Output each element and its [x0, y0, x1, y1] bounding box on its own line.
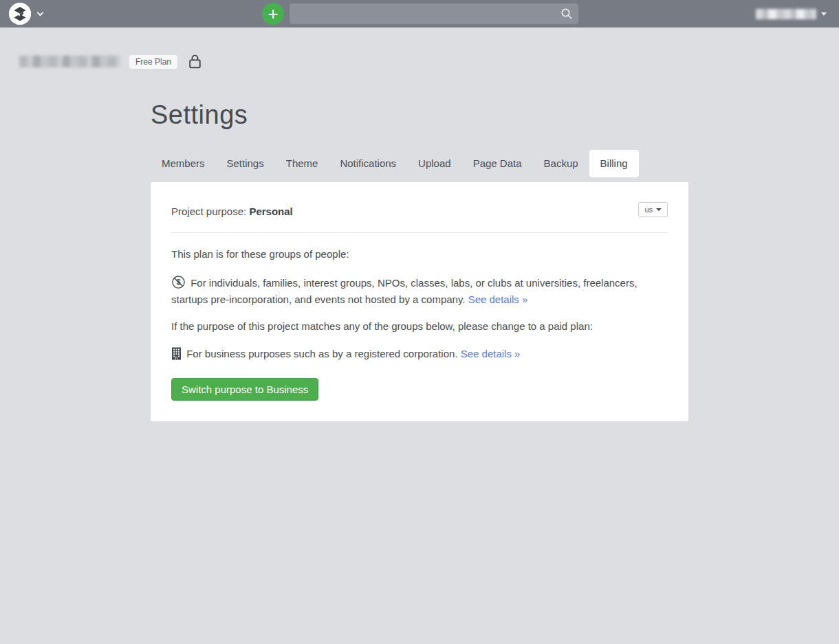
- business-see-details-link[interactable]: See details »: [461, 348, 521, 359]
- project-header: Free Plan: [19, 54, 201, 69]
- tab-theme[interactable]: Theme: [275, 150, 329, 177]
- paid-plan-note: If the purpose of this project matches a…: [171, 320, 668, 333]
- user-menu[interactable]: [756, 0, 827, 27]
- user-name-redacted: [756, 9, 816, 19]
- tab-billing[interactable]: Billing: [589, 150, 639, 177]
- purpose-label: Project purpose:: [171, 206, 246, 217]
- project-name-redacted: [19, 56, 120, 67]
- locale-label: us: [644, 206, 653, 214]
- tab-upload[interactable]: Upload: [407, 150, 462, 177]
- no-dollar-icon: $: [171, 280, 188, 291]
- main-content: Settings Members Settings Theme Notifica…: [151, 100, 688, 421]
- plan-intro: This plan is for these groups of people:: [171, 247, 668, 261]
- tab-backup[interactable]: Backup: [533, 150, 589, 177]
- tab-members[interactable]: Members: [151, 150, 216, 177]
- billing-panel: Project purpose: Personal us This plan i…: [151, 182, 688, 421]
- chevron-down-icon: [37, 10, 44, 16]
- business-purpose-description: For business purposes such as by a regis…: [171, 347, 668, 364]
- tab-page-data[interactable]: Page Data: [462, 150, 533, 177]
- locale-dropdown[interactable]: us: [638, 202, 668, 217]
- purpose-row: Project purpose: Personal us: [171, 202, 668, 217]
- page-title: Settings: [151, 100, 688, 130]
- new-page-button[interactable]: +: [262, 3, 284, 25]
- divider: [171, 232, 668, 233]
- plus-icon: +: [268, 3, 278, 24]
- tab-settings[interactable]: Settings: [216, 150, 275, 177]
- caret-down-icon: [656, 208, 662, 211]
- search-box: [290, 3, 578, 24]
- scrapbox-logo-icon[interactable]: [9, 3, 31, 25]
- switch-purpose-button[interactable]: Switch purpose to Business: [171, 378, 318, 401]
- search-input[interactable]: [290, 3, 578, 24]
- purpose-value: Personal: [249, 206, 292, 217]
- personal-description-text: For individuals, families, interest grou…: [171, 277, 638, 305]
- plan-badge: Free Plan: [129, 55, 177, 69]
- tab-notifications[interactable]: Notifications: [329, 150, 407, 177]
- settings-tabs: Members Settings Theme Notifications Upl…: [151, 150, 688, 177]
- lock-icon: [188, 54, 201, 69]
- caret-down-icon: [821, 12, 827, 16]
- project-purpose: Project purpose: Personal: [171, 202, 293, 217]
- personal-purpose-description: $ For individuals, families, interest gr…: [171, 275, 668, 307]
- project-switcher[interactable]: [9, 3, 43, 25]
- top-navbar: +: [0, 0, 839, 27]
- personal-see-details-link[interactable]: See details »: [468, 293, 528, 305]
- building-icon: [171, 351, 184, 362]
- search-icon[interactable]: [560, 8, 573, 23]
- business-description-text: For business purposes such as by a regis…: [186, 348, 457, 359]
